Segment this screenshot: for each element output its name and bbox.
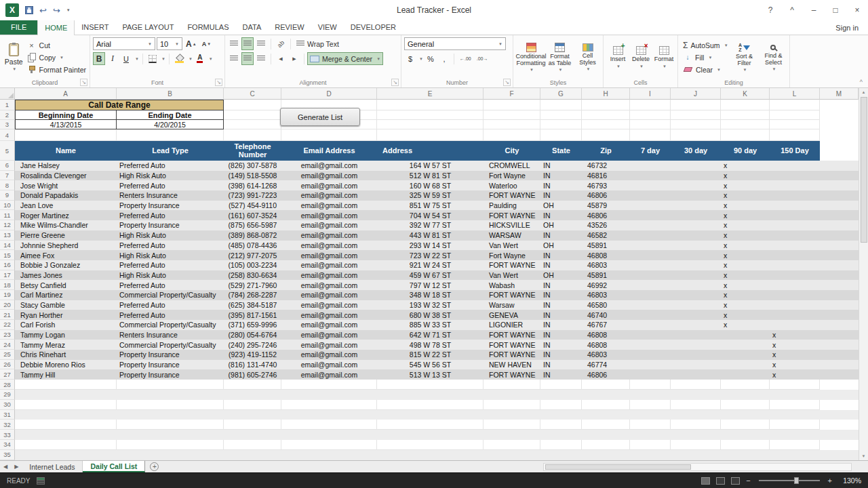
cell[interactable]: [770, 430, 820, 440]
cell[interactable]: 46767: [582, 320, 630, 330]
cell[interactable]: [630, 350, 671, 360]
cell[interactable]: [721, 110, 770, 120]
cell[interactable]: [630, 430, 671, 440]
cell[interactable]: [630, 201, 671, 211]
cell[interactable]: [721, 450, 770, 460]
cell[interactable]: GENEVA: [484, 310, 540, 320]
row-header-4[interactable]: 4: [0, 129, 15, 141]
cell[interactable]: [484, 100, 540, 110]
column-header-g[interactable]: G: [540, 88, 582, 100]
minimize-icon[interactable]: –: [808, 5, 819, 15]
cell[interactable]: [671, 430, 721, 440]
increase-decimal-button[interactable]: ←.00: [458, 55, 473, 62]
sort-filter-button[interactable]: AZ Sort & Filter ▼: [730, 37, 759, 77]
ribbon-tab-file[interactable]: FILE: [0, 20, 37, 35]
cell[interactable]: [671, 410, 721, 420]
cell[interactable]: High Risk Auto: [117, 171, 224, 181]
cell[interactable]: x: [770, 330, 820, 340]
save-icon[interactable]: [25, 6, 33, 14]
cell[interactable]: [820, 360, 859, 370]
cell[interactable]: [630, 280, 671, 290]
cell[interactable]: [377, 110, 484, 120]
cell[interactable]: IN: [540, 250, 582, 260]
cell[interactable]: Tammy Meraz: [15, 340, 117, 350]
cell[interactable]: [484, 410, 540, 420]
ribbon-tab-formulas[interactable]: FORMULAS: [180, 20, 235, 35]
cell[interactable]: [484, 440, 540, 450]
cell[interactable]: [770, 290, 820, 300]
cell[interactable]: email@gmail.com: [281, 241, 377, 251]
cell[interactable]: [15, 430, 117, 440]
cell[interactable]: [582, 400, 630, 410]
cell[interactable]: [582, 410, 630, 420]
column-header-k[interactable]: K: [721, 88, 770, 100]
cell[interactable]: [671, 190, 721, 201]
cell[interactable]: [820, 161, 859, 171]
cell[interactable]: [224, 120, 281, 129]
cell[interactable]: [820, 430, 859, 440]
cell[interactable]: [582, 120, 630, 129]
table-header-cell[interactable]: 7 day: [630, 141, 671, 161]
cell[interactable]: [630, 390, 671, 400]
row-header-24[interactable]: 24: [0, 340, 15, 350]
cell[interactable]: email@gmail.com: [281, 190, 377, 201]
cell[interactable]: x: [721, 241, 770, 251]
cell[interactable]: Preferred Auto: [117, 310, 224, 320]
cell[interactable]: [630, 420, 671, 430]
cell[interactable]: [820, 390, 859, 400]
cell[interactable]: (826) 307-5878: [224, 161, 281, 171]
cell[interactable]: [820, 129, 859, 141]
decrease-font-size-button[interactable]: A ▼: [200, 37, 213, 50]
ribbon-tab-insert[interactable]: INSERT: [75, 20, 115, 35]
cell[interactable]: [630, 320, 671, 330]
cell[interactable]: [630, 210, 671, 220]
cell[interactable]: [820, 241, 859, 251]
cell[interactable]: [484, 120, 540, 129]
table-header-cell[interactable]: 30 day: [671, 141, 721, 161]
cell[interactable]: [770, 100, 820, 110]
cell[interactable]: [721, 129, 770, 141]
cell[interactable]: x: [721, 161, 770, 171]
cell[interactable]: [224, 440, 281, 450]
table-header-cell[interactable]: Address: [377, 141, 484, 161]
cell[interactable]: email@gmail.com: [281, 171, 377, 181]
cell[interactable]: [540, 380, 582, 390]
cell[interactable]: High Risk Auto: [117, 270, 224, 281]
cell[interactable]: IN: [540, 300, 582, 310]
cell[interactable]: 46808: [582, 340, 630, 350]
font-name-select[interactable]: Arial ▼: [93, 37, 155, 50]
cell[interactable]: 704 W 54 ST: [377, 210, 484, 220]
dropdown-icon[interactable]: ▼: [419, 57, 423, 61]
cell[interactable]: [15, 420, 117, 430]
cell[interactable]: [721, 390, 770, 400]
number-dialog-launcher[interactable]: ↘: [503, 79, 511, 86]
cell[interactable]: [630, 300, 671, 310]
cell[interactable]: (625) 384-5187: [224, 300, 281, 310]
cell[interactable]: 46808: [582, 250, 630, 260]
redo-icon[interactable]: ↪: [53, 6, 60, 15]
cell[interactable]: [671, 380, 721, 390]
cell[interactable]: [820, 201, 859, 211]
ending-date-value[interactable]: 4/20/2015: [117, 120, 224, 129]
cell[interactable]: [117, 430, 224, 440]
cell[interactable]: [820, 260, 859, 270]
cell[interactable]: x: [721, 280, 770, 290]
vertical-scrollbar[interactable]: ▲ ▼: [859, 88, 868, 460]
cell[interactable]: [671, 440, 721, 450]
cell[interactable]: [671, 369, 721, 380]
table-header-cell[interactable]: 90 day: [721, 141, 770, 161]
cell[interactable]: [820, 220, 859, 230]
cell[interactable]: FORT WAYNE: [484, 369, 540, 380]
cell[interactable]: OH: [540, 270, 582, 281]
format-painter-button[interactable]: Format Painter: [25, 64, 88, 75]
cell[interactable]: 815 W 22 ST: [377, 350, 484, 360]
cell[interactable]: [15, 440, 117, 450]
cell[interactable]: (784) 268-2287: [224, 290, 281, 300]
row-header-5[interactable]: 5: [0, 141, 15, 161]
cell[interactable]: email@gmail.com: [281, 310, 377, 320]
zoom-in-button[interactable]: +: [828, 476, 832, 485]
cell[interactable]: [15, 450, 117, 460]
cell[interactable]: [540, 110, 582, 120]
cell[interactable]: [377, 420, 484, 430]
beginning-date-value[interactable]: 4/13/2015: [15, 120, 117, 129]
